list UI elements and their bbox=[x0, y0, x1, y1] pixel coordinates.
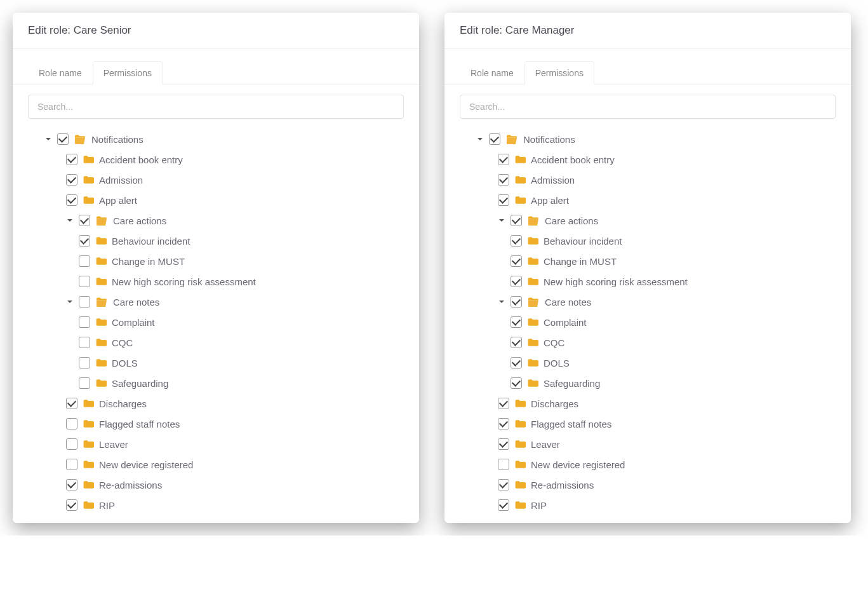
folder-open-icon bbox=[95, 297, 108, 307]
permission-label: Behaviour incident bbox=[112, 236, 190, 247]
permission-label: Flagged staff notes bbox=[531, 419, 611, 429]
permission-checkbox[interactable] bbox=[66, 398, 77, 409]
permission-checkbox[interactable] bbox=[79, 235, 90, 247]
permission-checkbox[interactable] bbox=[498, 398, 509, 409]
folder-icon bbox=[527, 378, 538, 388]
permission-checkbox[interactable] bbox=[489, 133, 500, 145]
permission-checkbox[interactable] bbox=[511, 235, 522, 247]
permission-checkbox[interactable] bbox=[511, 316, 522, 328]
permission-label: Admission bbox=[99, 175, 143, 186]
tree-node: Behaviour incident bbox=[460, 231, 836, 251]
tree-node: Notifications bbox=[460, 129, 836, 149]
caret-icon[interactable] bbox=[498, 217, 505, 224]
tree-node: Change in MUST bbox=[28, 251, 404, 271]
tab-role-name[interactable]: Role name bbox=[28, 61, 93, 84]
tree-node: CQC bbox=[460, 332, 836, 353]
tree-node: DOLS bbox=[28, 353, 404, 373]
permission-label: Flagged staff notes bbox=[99, 419, 180, 429]
permission-checkbox[interactable] bbox=[498, 438, 509, 450]
tree-node: RIP bbox=[28, 495, 404, 515]
permission-label: New device registered bbox=[531, 459, 625, 470]
tree-node: Notifications bbox=[28, 129, 404, 149]
permission-checkbox[interactable] bbox=[66, 154, 77, 165]
permission-label: Re-admissions bbox=[531, 480, 594, 490]
caret-icon[interactable] bbox=[66, 217, 74, 224]
permission-checkbox[interactable] bbox=[498, 499, 509, 511]
permission-checkbox[interactable] bbox=[498, 154, 509, 165]
permission-checkbox[interactable] bbox=[511, 337, 522, 348]
permission-checkbox[interactable] bbox=[66, 174, 77, 186]
caret-icon[interactable] bbox=[476, 136, 484, 142]
permission-checkbox[interactable] bbox=[79, 296, 90, 308]
permission-checkbox[interactable] bbox=[66, 459, 77, 470]
panel-title: Edit role: Care Senior bbox=[13, 13, 419, 49]
permissions-tree: NotificationsAccident book entryAdmissio… bbox=[13, 129, 419, 520]
folder-open-icon bbox=[527, 215, 540, 226]
permission-checkbox[interactable] bbox=[511, 276, 522, 287]
permission-checkbox[interactable] bbox=[66, 479, 77, 490]
caret-icon[interactable] bbox=[44, 136, 52, 142]
search-input[interactable] bbox=[28, 95, 404, 119]
folder-icon bbox=[95, 236, 107, 246]
permission-label: Safeguarding bbox=[112, 378, 168, 389]
folder-icon bbox=[83, 500, 94, 510]
folder-icon bbox=[83, 154, 94, 165]
permission-checkbox[interactable] bbox=[79, 337, 90, 348]
permission-checkbox[interactable] bbox=[79, 316, 90, 328]
caret-icon[interactable] bbox=[498, 299, 505, 305]
permission-checkbox[interactable] bbox=[79, 377, 90, 389]
tree-node: RIP bbox=[460, 495, 836, 515]
folder-icon bbox=[514, 419, 526, 429]
folder-icon bbox=[527, 236, 538, 246]
permission-label: Accident book entry bbox=[531, 154, 615, 165]
permission-checkbox[interactable] bbox=[79, 276, 90, 287]
permission-label: Safeguarding bbox=[544, 378, 600, 389]
tree-node: Flagged staff notes bbox=[460, 414, 836, 434]
folder-icon bbox=[83, 439, 94, 449]
permission-checkbox[interactable] bbox=[511, 255, 522, 267]
tree-node: DOLS bbox=[460, 353, 836, 373]
permission-checkbox[interactable] bbox=[79, 215, 90, 226]
permission-checkbox[interactable] bbox=[66, 418, 77, 429]
permission-label: Discharges bbox=[99, 398, 147, 409]
permission-checkbox[interactable] bbox=[498, 479, 509, 490]
permissions-tree: NotificationsAccident book entryAdmissio… bbox=[444, 129, 851, 520]
tab-permissions[interactable]: Permissions bbox=[93, 61, 163, 84]
folder-icon bbox=[527, 358, 538, 368]
folder-icon bbox=[95, 256, 107, 266]
tree-node: App alert bbox=[28, 190, 404, 210]
permission-checkbox[interactable] bbox=[511, 215, 522, 226]
tab-permissions[interactable]: Permissions bbox=[524, 61, 594, 84]
permission-checkbox[interactable] bbox=[66, 438, 77, 450]
permission-checkbox[interactable] bbox=[511, 377, 522, 389]
tree-node: Admission bbox=[28, 170, 404, 190]
search-wrap bbox=[13, 84, 419, 129]
panel-title: Edit role: Care Manager bbox=[444, 13, 851, 49]
permission-checkbox[interactable] bbox=[498, 174, 509, 186]
tab-role-name[interactable]: Role name bbox=[460, 61, 524, 84]
caret-icon[interactable] bbox=[66, 299, 74, 305]
permission-label: CQC bbox=[112, 337, 133, 348]
folder-icon bbox=[514, 439, 526, 449]
permission-checkbox[interactable] bbox=[66, 499, 77, 511]
permission-label: Re-admissions bbox=[99, 480, 162, 490]
permission-checkbox[interactable] bbox=[511, 357, 522, 368]
permission-label: Leaver bbox=[531, 439, 560, 450]
permission-checkbox[interactable] bbox=[66, 194, 77, 206]
permission-checkbox[interactable] bbox=[498, 194, 509, 206]
folder-icon bbox=[95, 337, 107, 348]
permission-checkbox[interactable] bbox=[511, 296, 522, 308]
permission-label: Discharges bbox=[531, 398, 578, 409]
permission-label: CQC bbox=[544, 337, 564, 348]
folder-icon bbox=[527, 337, 538, 348]
permission-label: New device registered bbox=[99, 459, 193, 470]
search-input[interactable] bbox=[460, 95, 836, 119]
folder-icon bbox=[514, 195, 526, 205]
permission-checkbox[interactable] bbox=[57, 133, 69, 145]
tree-node: Leaver bbox=[460, 434, 836, 454]
permission-checkbox[interactable] bbox=[498, 418, 509, 429]
permission-checkbox[interactable] bbox=[79, 357, 90, 368]
permission-checkbox[interactable] bbox=[498, 459, 509, 470]
permission-checkbox[interactable] bbox=[79, 255, 90, 267]
folder-icon bbox=[527, 276, 538, 287]
